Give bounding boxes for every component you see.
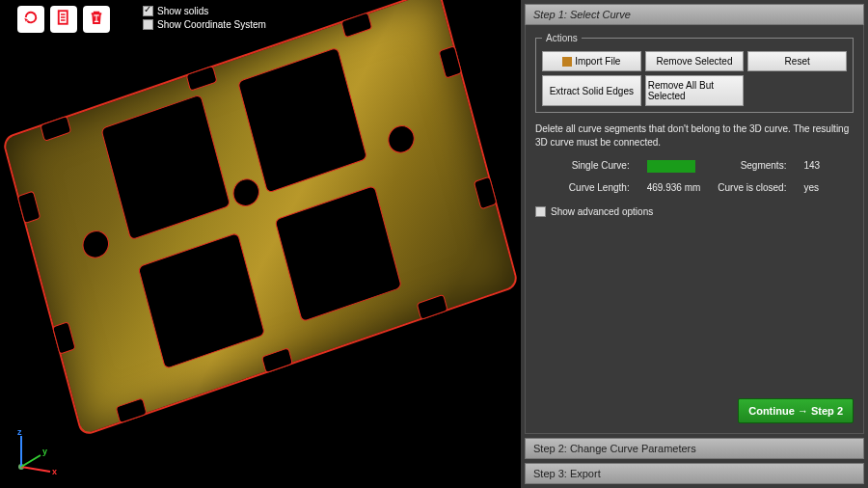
- advanced-label: Show advanced options: [551, 206, 653, 217]
- reset-button[interactable]: Reset: [747, 51, 847, 71]
- length-label: Curve Length:: [569, 182, 630, 193]
- solid-profile: [2, 0, 520, 437]
- svg-text:z: z: [17, 428, 22, 437]
- continue-button[interactable]: Continue → Step 2: [738, 398, 854, 423]
- svg-text:x: x: [52, 467, 57, 476]
- side-panel: Step 1: Select Curve Actions Import File…: [521, 0, 868, 488]
- file-icon: [562, 57, 572, 67]
- segments-value: 143: [803, 160, 820, 173]
- viewport-3d[interactable]: x z y: [0, 0, 517, 488]
- svg-text:y: y: [42, 447, 47, 456]
- closed-value: yes: [803, 182, 820, 193]
- step1-body: Actions Import File Remove Selected Rese…: [525, 25, 864, 434]
- length-value: 469.936 mm: [647, 182, 701, 193]
- segments-label: Segments:: [718, 160, 786, 173]
- import-file-button[interactable]: Import File: [542, 51, 641, 71]
- helper-text: Delete all curve segments that don't bel…: [535, 122, 854, 149]
- closed-label: Curve is closed:: [718, 182, 786, 193]
- step1-header[interactable]: Step 1: Select Curve: [525, 4, 864, 25]
- single-curve-indicator: [647, 160, 695, 173]
- step2-header[interactable]: Step 2: Change Curve Parameters: [525, 438, 864, 459]
- axis-gizmo: x z y: [12, 428, 60, 476]
- remove-all-but-button[interactable]: Remove All But Selected: [645, 75, 745, 106]
- single-curve-label: Single Curve:: [569, 160, 630, 173]
- advanced-checkbox[interactable]: [535, 206, 546, 217]
- actions-legend: Actions: [542, 33, 582, 43]
- actions-group: Actions Import File Remove Selected Rese…: [535, 33, 854, 113]
- extract-edges-button[interactable]: Extract Solid Edges: [542, 75, 641, 106]
- advanced-row: Show advanced options: [535, 206, 854, 217]
- remove-selected-button[interactable]: Remove Selected: [645, 51, 745, 71]
- step3-header[interactable]: Step 3: Export: [525, 463, 864, 484]
- svg-line-2: [21, 467, 50, 472]
- info-grid: Single Curve: Segments: 143 Curve Length…: [535, 160, 854, 193]
- svg-line-6: [21, 455, 41, 467]
